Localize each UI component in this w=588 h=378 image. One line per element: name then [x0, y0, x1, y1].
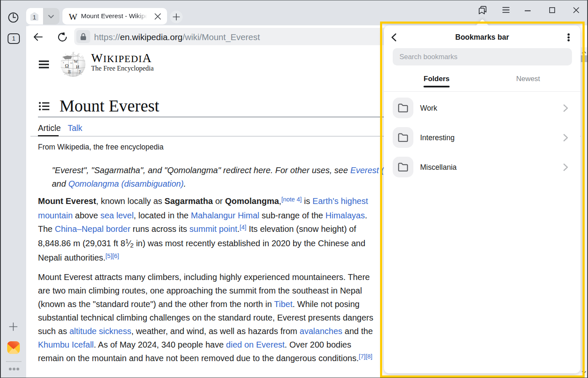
svg-text:7: 7 [79, 70, 81, 74]
svg-text:1: 1 [32, 14, 36, 21]
svg-text:И: И [76, 64, 79, 69]
svg-text:τ: τ [63, 61, 64, 64]
svg-text:Ω: Ω [65, 63, 69, 69]
svg-text:言: 言 [68, 70, 72, 74]
svg-text:ω: ω [70, 61, 73, 65]
svg-text:W: W [74, 59, 78, 64]
